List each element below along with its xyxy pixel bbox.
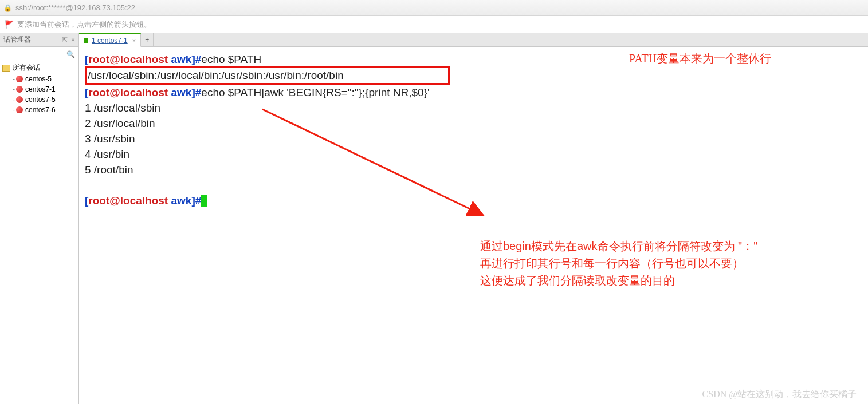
panel-title-text: 话管理器 <box>3 35 31 45</box>
sidebar-item-label: centos-5 <box>25 75 52 83</box>
terminal-output: 3 /usr/sbin <box>85 131 862 146</box>
annotation-line: 通过begin模式先在awk命令执行前将分隔符改变为 "：" <box>480 237 824 255</box>
tab-bar: 话管理器 ⇱ × 1 centos7-1 × + <box>0 33 868 47</box>
sidebar-item-label: centos7-6 <box>25 106 56 114</box>
sidebar-item-centos7-6[interactable]: - centos7-6 <box>0 105 78 115</box>
session-icon <box>16 96 23 103</box>
tree-dash-icon: - <box>13 75 15 83</box>
window-title: ssh://root:******@192.168.73.105:22 <box>15 3 135 12</box>
sidebar-item-centos-5[interactable]: - centos-5 <box>0 74 78 84</box>
terminal-output: 4 /usr/bin <box>85 146 862 162</box>
watermark: CSDN @站在这别动，我去给你买橘子 <box>702 389 857 401</box>
sidebar-root[interactable]: 所有会话 <box>0 62 78 74</box>
terminal-blank <box>85 177 862 193</box>
session-manager-header: 话管理器 ⇱ × <box>0 33 79 46</box>
tree-dash-icon: - <box>13 106 15 114</box>
plus-icon: + <box>145 36 149 44</box>
window-titlebar: 🔒 ssh://root:******@192.168.73.105:22 <box>0 0 868 16</box>
terminal-line-boxed: /usr/local/sbin:/usr/local/bin:/usr/sbin… <box>85 67 862 85</box>
info-bar: 🚩 要添加当前会话，点击左侧的箭头按钮。 <box>0 16 868 33</box>
info-text: 要添加当前会话，点击左侧的箭头按钮。 <box>17 19 151 30</box>
annotation-line: 再进行打印其行号和每一行内容（行号也可以不要） <box>480 255 824 272</box>
pin-icon[interactable]: ⇱ <box>62 36 68 44</box>
terminal-prompt: [root@localhost awk]# <box>85 193 862 208</box>
lock-icon: 🔒 <box>3 4 12 12</box>
annotation-top: PATH变量本来为一个整体行 <box>629 50 771 67</box>
sidebar-item-label: centos7-1 <box>25 85 56 93</box>
annotation-bottom: 通过begin模式先在awk命令执行前将分隔符改变为 "：" 再进行打印其行号和… <box>480 237 824 289</box>
terminal-output: 1 /usr/local/sbin <box>85 100 862 116</box>
tab-centos7-1[interactable]: 1 centos7-1 × <box>79 33 141 47</box>
add-tab-button[interactable]: + <box>141 33 154 46</box>
sidebar-item-centos7-5[interactable]: - centos7-5 <box>0 94 78 105</box>
sidebar-item-centos7-1[interactable]: - centos7-1 <box>0 84 78 94</box>
flag-icon: 🚩 <box>5 20 14 29</box>
session-icon <box>16 76 23 82</box>
folder-icon <box>2 65 10 72</box>
tree-dash-icon: - <box>13 96 15 104</box>
sidebar-item-label: centos7-5 <box>25 96 56 104</box>
session-icon <box>16 86 23 93</box>
sidebar-search[interactable]: 🔍 <box>0 49 78 62</box>
panel-close-icon[interactable]: × <box>71 36 75 44</box>
tab-status-dot <box>84 38 88 43</box>
sidebar-root-label: 所有会话 <box>13 63 40 73</box>
search-icon: 🔍 <box>66 50 75 58</box>
session-icon <box>16 106 23 113</box>
session-sidebar: 🔍 所有会话 - centos-5 - centos7-1 - centos7-… <box>0 47 79 404</box>
cursor-icon <box>201 195 207 207</box>
terminal-output: 2 /usr/local/bin <box>85 116 862 131</box>
terminal-output: 5 /root/bin <box>85 162 862 177</box>
tree-dash-icon: - <box>13 85 15 93</box>
annotation-line: 这便达成了我们分隔读取改变量的目的 <box>480 272 824 289</box>
tab-close-icon[interactable]: × <box>132 37 136 44</box>
terminal-pane[interactable]: [root@localhost awk]#echo $PATH /usr/loc… <box>79 47 868 404</box>
tab-label: 1 centos7-1 <box>92 37 128 45</box>
terminal-line: [root@localhost awk]#echo $PATH|awk 'BEG… <box>85 85 862 100</box>
